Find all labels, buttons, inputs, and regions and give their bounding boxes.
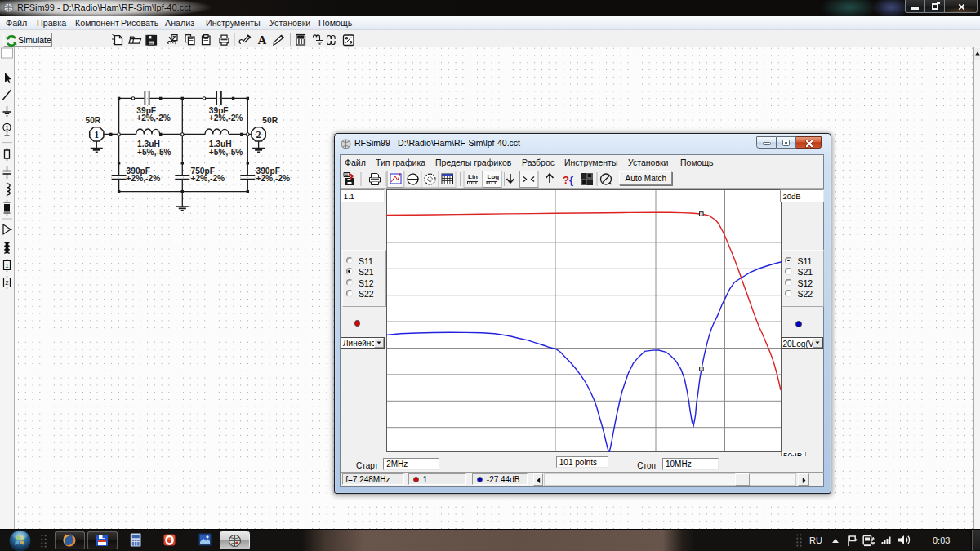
svg-text:2: 2 [5,279,9,287]
svg-text:Log: Log [488,173,500,180]
svg-text:1: 1 [94,129,99,140]
svg-text:2: 2 [256,129,261,140]
svg-text:+2%,-2%: +2%,-2% [209,113,243,122]
svg-text:+2%,-2%: +2%,-2% [191,174,225,183]
svg-text:50R: 50R [262,116,278,125]
svg-text:Lin: Lin [468,173,478,180]
svg-text:+5%,-5%: +5%,-5% [209,148,243,157]
svg-text:+2%,-2%: +2%,-2% [136,113,171,122]
svg-text:+5%,-5%: +5%,-5% [137,148,172,157]
svg-text:{: { [569,173,573,185]
svg-text:+2%,-2%: +2%,-2% [127,174,161,183]
svg-text:?: ? [563,173,569,185]
svg-text:50R: 50R [86,116,101,125]
svg-text:1: 1 [5,262,9,269]
svg-text:+2%,-2%: +2%,-2% [256,174,291,183]
svg-text:1: 1 [5,124,8,131]
svg-text:A: A [258,33,267,47]
